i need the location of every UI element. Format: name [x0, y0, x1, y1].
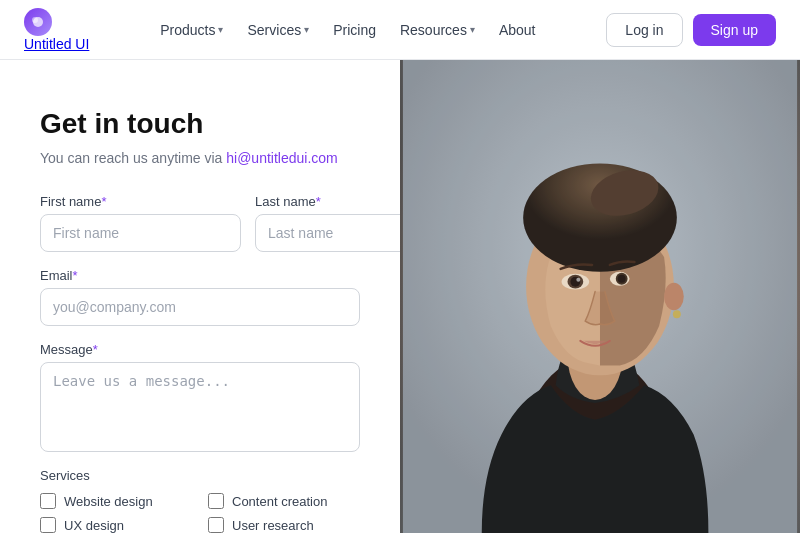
- message-req: *: [93, 342, 98, 357]
- checkbox-user-research[interactable]: User research: [208, 517, 360, 533]
- form-subtitle: You can reach us anytime via hi@untitled…: [40, 150, 360, 166]
- first-name-group: First name*: [40, 194, 241, 252]
- checkbox-content-creation[interactable]: Content creation: [208, 493, 360, 509]
- services-grid: Website design Content creation UX desig…: [40, 493, 360, 533]
- services-section: Services Website design Content creation…: [40, 468, 360, 533]
- chevron-down-icon: ▾: [304, 24, 309, 35]
- first-name-label: First name*: [40, 194, 241, 209]
- chevron-down-icon: ▾: [218, 24, 223, 35]
- nav-link-about[interactable]: About: [489, 16, 546, 44]
- last-name-label: Last name*: [255, 194, 400, 209]
- nav-actions: Log in Sign up: [606, 13, 776, 47]
- image-panel: [400, 60, 800, 533]
- message-textarea[interactable]: [40, 362, 360, 452]
- last-name-req: *: [316, 194, 321, 209]
- login-button[interactable]: Log in: [606, 13, 682, 47]
- email-label: Email*: [40, 268, 360, 283]
- message-label: Message*: [40, 342, 360, 357]
- checkbox-ux-design-input[interactable]: [40, 517, 56, 533]
- navbar: Untitled UI Products ▾ Services ▾ Pricin…: [0, 0, 800, 60]
- chevron-down-icon: ▾: [470, 24, 475, 35]
- email-input[interactable]: [40, 288, 360, 326]
- logo-text: Untitled UI: [24, 36, 89, 52]
- svg-point-1: [32, 17, 38, 23]
- nav-link-pricing[interactable]: Pricing: [323, 16, 386, 44]
- email-group: Email*: [40, 268, 360, 326]
- nav-links: Products ▾ Services ▾ Pricing Resources …: [150, 16, 545, 44]
- logo-icon: [24, 8, 52, 36]
- main-layout: Get in touch You can reach us anytime vi…: [0, 60, 800, 533]
- last-name-group: Last name*: [255, 194, 400, 252]
- checkbox-user-research-input[interactable]: [208, 517, 224, 533]
- portrait-svg: [400, 60, 800, 533]
- services-label: Services: [40, 468, 360, 483]
- last-name-input[interactable]: [255, 214, 400, 252]
- nav-link-products[interactable]: Products ▾: [150, 16, 233, 44]
- contact-email-link[interactable]: hi@untitledui.com: [226, 150, 338, 166]
- checkbox-content-creation-input[interactable]: [208, 493, 224, 509]
- portrait-background: [400, 60, 800, 533]
- name-row: First name* Last name*: [40, 194, 360, 252]
- email-req: *: [73, 268, 78, 283]
- message-group: Message*: [40, 342, 360, 452]
- first-name-req: *: [101, 194, 106, 209]
- form-heading: Get in touch: [40, 108, 360, 140]
- logo-svg: [31, 15, 45, 29]
- checkbox-website-design[interactable]: Website design: [40, 493, 192, 509]
- first-name-input[interactable]: [40, 214, 241, 252]
- nav-link-resources[interactable]: Resources ▾: [390, 16, 485, 44]
- checkbox-website-design-input[interactable]: [40, 493, 56, 509]
- form-panel: Get in touch You can reach us anytime vi…: [0, 60, 400, 533]
- checkbox-ux-design[interactable]: UX design: [40, 517, 192, 533]
- nav-logo[interactable]: Untitled UI: [24, 8, 89, 52]
- svg-rect-17: [403, 60, 797, 533]
- nav-link-services[interactable]: Services ▾: [237, 16, 319, 44]
- signup-button[interactable]: Sign up: [693, 14, 776, 46]
